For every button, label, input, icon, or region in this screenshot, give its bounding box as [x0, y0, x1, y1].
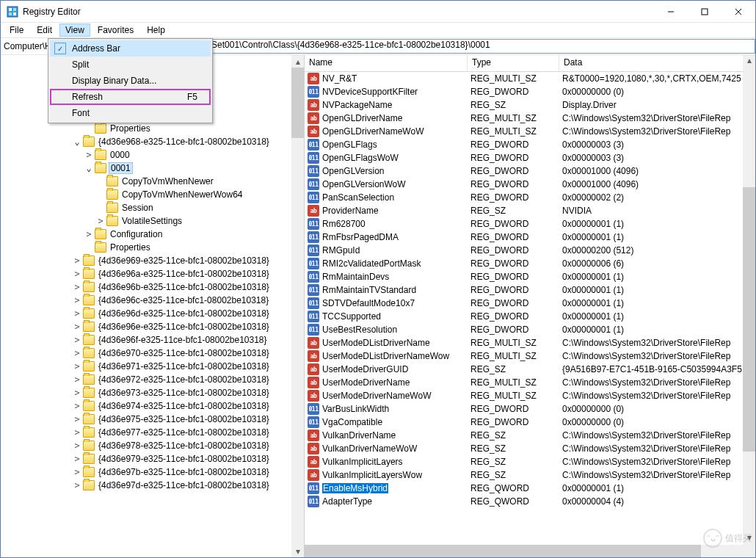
chevron-right-icon[interactable]: >: [71, 361, 83, 372]
list-scrollbar-y[interactable]: ▴ ▾: [743, 55, 755, 545]
chevron-right-icon[interactable]: >: [71, 374, 83, 385]
value-row[interactable]: VulkanImplicitLayersWowREG_SZC:\Windows\…: [305, 468, 743, 482]
value-row[interactable]: VulkanImplicitLayersREG_SZC:\Windows\Sys…: [305, 455, 743, 468]
chevron-right-icon[interactable]: >: [71, 467, 83, 477]
list-scrollbar-x[interactable]: [305, 545, 755, 557]
scroll-up-arrow-icon[interactable]: ▴: [291, 55, 304, 68]
value-row[interactable]: UserModeDriverNameWoWREG_MULTI_SZC:\Wind…: [305, 389, 743, 402]
scroll-up-arrow-icon[interactable]: ▴: [743, 55, 755, 68]
value-row[interactable]: VgaCompatibleREG_DWORD0x00000000 (0): [305, 416, 743, 429]
value-row[interactable]: OpenGLDriverNameWoWREG_MULTI_SZC:\Window…: [305, 125, 743, 138]
tree-item[interactable]: >{4d36e97d-e325-11ce-bfc1-08002be10318}: [1, 479, 304, 492]
tree-item[interactable]: >{4d36e96b-e325-11ce-bfc1-08002be10318}: [1, 280, 304, 294]
value-row[interactable]: OpenGLDriverNameREG_MULTI_SZC:\Windows\S…: [305, 112, 743, 125]
menu-view[interactable]: View: [59, 23, 90, 37]
chevron-right-icon[interactable]: >: [71, 256, 83, 266]
tree-item[interactable]: Properties: [1, 241, 304, 254]
value-row[interactable]: PanScanSelectionREG_DWORD0x00000002 (2): [305, 191, 743, 204]
chevron-right-icon[interactable]: >: [71, 454, 83, 464]
chevron-right-icon[interactable]: >: [71, 322, 83, 332]
value-row[interactable]: NVDeviceSupportKFilterREG_DWORD0x0000000…: [305, 85, 743, 98]
tree-item[interactable]: ⌄0001: [1, 162, 304, 175]
tree-item[interactable]: >{4d36e972-e325-11ce-bfc1-08002be10318}: [1, 373, 304, 386]
menu-favorites[interactable]: Favorites: [92, 23, 139, 37]
tree-item[interactable]: >{4d36e975-e325-11ce-bfc1-08002be10318}: [1, 413, 304, 426]
tree-scrollbar[interactable]: ▴ ▾: [291, 55, 304, 557]
value-row[interactable]: VarBusLinkWidthREG_DWORD0x00000000 (0): [305, 402, 743, 416]
value-row[interactable]: UserModeDListDriverNameWowREG_MULTI_SZC:…: [305, 349, 743, 363]
minimize-button[interactable]: [654, 1, 688, 23]
value-row[interactable]: UserModeDListDriverNameREG_MULTI_SZC:\Wi…: [305, 336, 743, 349]
tree-item[interactable]: >{4d36e96e-e325-11ce-bfc1-08002be10318}: [1, 320, 304, 333]
tree-item[interactable]: Properties: [1, 122, 304, 135]
tree[interactable]: 000500060007>ConfigurationProperties⌄{4d…: [1, 68, 304, 492]
value-row[interactable]: OpenGLVersionWoWREG_DWORD0x00001000 (409…: [305, 178, 743, 191]
value-row[interactable]: RmMaintainTVStandardREG_DWORD0x00000001 …: [305, 283, 743, 297]
chevron-right-icon[interactable]: >: [71, 427, 83, 438]
maximize-button[interactable]: [688, 1, 722, 23]
chevron-right-icon[interactable]: >: [71, 282, 83, 292]
value-row[interactable]: AdapterTypeREG_QWORD0x00000004 (4): [305, 495, 743, 508]
tree-item[interactable]: >0000: [1, 148, 304, 162]
chevron-right-icon[interactable]: >: [71, 388, 83, 398]
tree-item[interactable]: >{4d36e96c-e325-11ce-bfc1-08002be10318}: [1, 294, 304, 307]
value-row[interactable]: NVPackageNameREG_SZDisplay.Driver: [305, 98, 743, 112]
chevron-right-icon[interactable]: >: [95, 216, 106, 226]
value-row[interactable]: RmMaintainDevsREG_DWORD0x00000001 (1): [305, 270, 743, 283]
menu-display-binary-data[interactable]: Display Binary Data...: [50, 73, 211, 89]
value-row[interactable]: UserModeDriverNameREG_MULTI_SZC:\Windows…: [305, 376, 743, 389]
value-row[interactable]: SDTVDefaultMode10x7REG_DWORD0x00000001 (…: [305, 297, 743, 310]
tree-item[interactable]: Session: [1, 201, 304, 214]
chevron-right-icon[interactable]: >: [83, 229, 95, 239]
value-row[interactable]: RMGpuIdREG_DWORD0x00000200 (512): [305, 244, 743, 257]
value-row[interactable]: OpenGLFlagsWoWREG_DWORD0x00000003 (3): [305, 151, 743, 164]
scroll-thumb[interactable]: [743, 187, 755, 452]
value-row[interactable]: VulkanDriverNameREG_SZC:\Windows\System3…: [305, 429, 743, 442]
tree-item[interactable]: CopyToVmWhenNewerWow64: [1, 188, 304, 201]
scroll-down-arrow-icon[interactable]: ▾: [291, 545, 304, 557]
chevron-down-icon[interactable]: ⌄: [83, 163, 95, 173]
tree-item[interactable]: >{4d36e969-e325-11ce-bfc1-08002be10318}: [1, 254, 304, 267]
tree-item[interactable]: >{4d36e971-e325-11ce-bfc1-08002be10318}: [1, 360, 304, 373]
menu-refresh[interactable]: Refresh F5: [50, 89, 211, 105]
menu-edit[interactable]: Edit: [31, 23, 58, 37]
value-row[interactable]: RMI2cValidatedPortMaskREG_DWORD0x0000000…: [305, 257, 743, 270]
tree-item[interactable]: ⌄{4d36e968-e325-11ce-bfc1-08002be10318}: [1, 135, 304, 148]
chevron-right-icon[interactable]: >: [71, 401, 83, 411]
chevron-right-icon[interactable]: >: [71, 295, 83, 305]
chevron-right-icon[interactable]: >: [71, 269, 83, 279]
menu-file[interactable]: File: [4, 23, 29, 37]
value-row[interactable]: RmFbsrPagedDMAREG_DWORD0x00000001 (1): [305, 231, 743, 244]
tree-item[interactable]: >{4d36e96f-e325-11ce-bfc1-08002be10318}: [1, 333, 304, 347]
col-type[interactable]: Type: [468, 55, 559, 71]
chevron-right-icon[interactable]: >: [71, 480, 83, 490]
chevron-right-icon[interactable]: >: [71, 441, 83, 451]
close-button[interactable]: [722, 1, 755, 23]
col-name[interactable]: Name: [305, 55, 468, 71]
col-data[interactable]: Data: [559, 55, 755, 71]
tree-item[interactable]: >{4d36e96d-e325-11ce-bfc1-08002be10318}: [1, 307, 304, 320]
tree-item[interactable]: >{4d36e970-e325-11ce-bfc1-08002be10318}: [1, 347, 304, 360]
address-input[interactable]: olSet001\Control\Class\{4d36e968-e325-11…: [201, 39, 755, 54]
tree-item[interactable]: >{4d36e977-e325-11ce-bfc1-08002be10318}: [1, 426, 304, 439]
chevron-right-icon[interactable]: >: [83, 150, 95, 160]
menu-address-bar[interactable]: ✓ Address Bar: [50, 40, 211, 57]
tree-item[interactable]: >{4d36e974-e325-11ce-bfc1-08002be10318}: [1, 399, 304, 413]
menu-font[interactable]: Font: [50, 105, 211, 121]
tree-item[interactable]: CopyToVmWhenNewer: [1, 175, 304, 188]
value-row[interactable]: EnableMsHybridREG_QWORD0x00000001 (1): [305, 482, 743, 495]
value-row[interactable]: VulkanDriverNameWoWREG_SZC:\Windows\Syst…: [305, 442, 743, 455]
value-row[interactable]: OpenGLVersionREG_DWORD0x00001000 (4096): [305, 164, 743, 178]
value-row[interactable]: ProviderNameREG_SZNVIDIA: [305, 204, 743, 217]
tree-item[interactable]: >{4d36e97b-e325-11ce-bfc1-08002be10318}: [1, 465, 304, 479]
scroll-thumb[interactable]: [291, 68, 304, 138]
menu-split[interactable]: Split: [50, 57, 211, 73]
chevron-down-icon[interactable]: ⌄: [71, 137, 83, 147]
tree-item[interactable]: >Configuration: [1, 228, 304, 241]
menu-help[interactable]: Help: [141, 23, 171, 37]
chevron-right-icon[interactable]: >: [71, 335, 83, 345]
scroll-thumb[interactable]: [305, 545, 701, 557]
value-row[interactable]: OpenGLFlagsREG_DWORD0x00000003 (3): [305, 138, 743, 151]
value-row[interactable]: UserModeDriverGUIDREG_SZ{9A516B97-E7C1-4…: [305, 363, 743, 376]
chevron-right-icon[interactable]: >: [71, 308, 83, 319]
